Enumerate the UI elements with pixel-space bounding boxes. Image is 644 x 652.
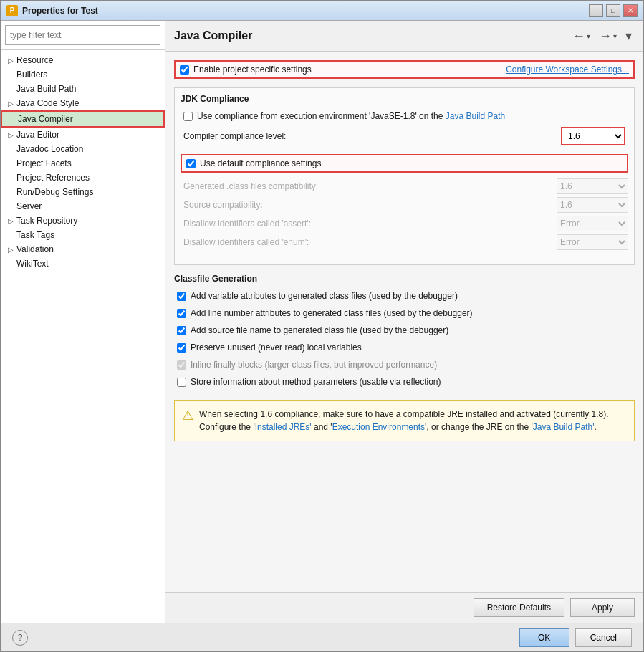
back-button[interactable]: ← ▾: [569, 27, 593, 45]
classfile-label-5: Store information about method parameter…: [191, 377, 441, 387]
forward-icon: →: [599, 29, 612, 44]
jdk-compliance-section: JDK Compliance Use compliance from execu…: [174, 87, 635, 265]
sidebar-item-resource[interactable]: ▷ Resource: [1, 53, 165, 67]
sidebar-item-task-tags[interactable]: Task Tags: [1, 228, 165, 242]
sidebar-item-java-code-style[interactable]: ▷ Java Code Style: [1, 96, 165, 110]
classfile-item-2: Add source file name to generated class …: [174, 324, 635, 337]
warning-text: When selecting 1.6 compliance, make sure…: [199, 408, 627, 433]
sidebar-item-project-facets[interactable]: Project Facets: [1, 156, 165, 171]
panel-content: Enable project specific settings Configu…: [165, 52, 643, 592]
sidebar-item-label: Project References: [16, 173, 90, 183]
sidebar-item-server[interactable]: Server: [1, 199, 165, 214]
expand-icon: [6, 159, 15, 168]
back-dropdown-icon: ▾: [587, 32, 590, 40]
sidebar-item-label: Validation: [16, 244, 54, 254]
panel-title: Java Compiler: [174, 29, 252, 42]
expand-icon: [6, 145, 15, 153]
java-build-path-warning-link[interactable]: Java Build Path': [533, 422, 595, 432]
sidebar-item-task-repository[interactable]: ▷ Task Repository: [1, 214, 165, 228]
classfile-item-0: Add variable attributes to generated cla…: [174, 289, 635, 302]
sidebar-item-label: WikiText: [16, 259, 49, 269]
classfile-checkbox-4: [177, 360, 186, 370]
classfile-checkbox-5[interactable]: [177, 378, 186, 387]
expand-icon: ▷: [6, 216, 15, 225]
panel-header: Java Compiler ← ▾ → ▾ ▾: [165, 21, 643, 52]
classfile-section-title: Classfile Generation: [174, 274, 635, 284]
sidebar-item-validation[interactable]: ▷ Validation: [1, 242, 165, 257]
warning-icon: ⚠: [182, 408, 193, 433]
java-build-path-link[interactable]: Java Build Path: [446, 111, 505, 121]
compliance-level-select[interactable]: 1.3 1.4 1.5 1.6 1.7 1.8: [561, 127, 625, 145]
footer: ? OK Cancel: [1, 623, 643, 651]
source-compat-select: 1.6: [557, 197, 628, 213]
source-compat-label: Source compatibility:: [183, 197, 551, 213]
forward-button[interactable]: → ▾: [596, 27, 620, 45]
properties-window: P Properties for Test — □ ✕ ▷ Resource: [0, 0, 644, 652]
use-compliance-checkbox[interactable]: [183, 112, 193, 121]
filter-input[interactable]: [5, 25, 160, 45]
expand-icon: [6, 202, 15, 211]
help-button[interactable]: ?: [12, 630, 28, 646]
sidebar-item-builders[interactable]: Builders: [1, 67, 165, 82]
close-button[interactable]: ✕: [623, 4, 638, 17]
classfile-checkbox-2[interactable]: [177, 326, 186, 335]
nav-buttons: ← ▾ → ▾ ▾: [569, 27, 635, 45]
right-panel: Java Compiler ← ▾ → ▾ ▾: [165, 21, 643, 623]
sidebar-item-label: Run/Debug Settings: [16, 187, 93, 197]
sidebar-item-run-debug-settings[interactable]: Run/Debug Settings: [1, 185, 165, 199]
expand-icon: ▷: [6, 245, 15, 254]
minimize-button[interactable]: —: [589, 4, 603, 17]
sidebar-item-java-compiler[interactable]: Java Compiler: [1, 110, 165, 128]
apply-button[interactable]: Apply: [570, 598, 635, 617]
sidebar-item-label: Resource: [16, 55, 53, 65]
classfile-checkbox-3[interactable]: [177, 343, 186, 353]
menu-icon: ▾: [625, 28, 632, 44]
expand-icon: [8, 115, 16, 123]
sidebar-item-label: Javadoc Location: [16, 144, 83, 154]
use-compliance-row: Use compliance from execution environmen…: [181, 110, 628, 123]
sidebar-item-wikitext[interactable]: WikiText: [1, 257, 165, 271]
use-compliance-label: Use compliance from execution environmen…: [197, 111, 505, 121]
classfile-item-5: Store information about method parameter…: [174, 375, 635, 388]
ok-button[interactable]: OK: [519, 628, 569, 647]
sidebar-item-project-references[interactable]: Project References: [1, 171, 165, 185]
classfile-item-3: Preserve unused (never read) local varia…: [174, 341, 635, 354]
expand-icon: [6, 231, 15, 239]
menu-button[interactable]: ▾: [623, 27, 635, 45]
classfile-generation-section: Classfile Generation Add variable attrib…: [174, 274, 635, 388]
classfile-label-0: Add variable attributes to generated cla…: [191, 291, 458, 301]
enable-project-label: Enable project specific settings: [193, 64, 312, 75]
classfile-checkbox-0[interactable]: [177, 292, 186, 301]
disallow-enum-label: Disallow identifiers called 'enum':: [183, 234, 551, 250]
expand-icon: [6, 259, 15, 268]
sidebar-item-label: Task Repository: [16, 216, 77, 226]
settings-grid: Generated .class files compatibility: 1.…: [181, 178, 628, 250]
expand-icon: ▷: [6, 130, 15, 139]
sidebar-item-java-editor[interactable]: ▷ Java Editor: [1, 128, 165, 142]
maximize-button[interactable]: □: [606, 4, 620, 17]
use-default-checkbox[interactable]: [186, 159, 196, 168]
cancel-button[interactable]: Cancel: [575, 628, 632, 647]
expand-icon: ▷: [6, 56, 15, 64]
window-title: Properties for Test: [22, 6, 589, 16]
classfile-checkbox-1[interactable]: [177, 309, 186, 318]
sidebar-item-java-build-path[interactable]: Java Build Path: [1, 82, 165, 96]
classfile-label-1: Add line number attributes to generated …: [191, 308, 473, 318]
disallow-enum-select: Error: [557, 234, 628, 250]
forward-dropdown-icon: ▾: [613, 32, 617, 40]
generated-class-select: 1.6: [557, 178, 628, 194]
filter-box: [1, 21, 165, 50]
installed-jres-link[interactable]: Installed JREs': [255, 422, 312, 432]
window-icon: P: [6, 5, 18, 16]
restore-defaults-button[interactable]: Restore Defaults: [474, 598, 564, 617]
bottom-bar: Restore Defaults Apply: [165, 592, 643, 623]
use-default-compliance-row: Use default compliance settings: [181, 154, 628, 173]
warning-box: ⚠ When selecting 1.6 compliance, make su…: [174, 400, 635, 441]
execution-environments-link[interactable]: Execution Environments': [332, 422, 427, 432]
configure-workspace-link[interactable]: Configure Workspace Settings...: [506, 64, 629, 75]
sidebar-item-javadoc-location[interactable]: Javadoc Location: [1, 142, 165, 156]
expand-icon: [6, 188, 15, 196]
jdk-section-title: JDK Compliance: [181, 94, 628, 104]
enable-project-checkbox[interactable]: [180, 65, 189, 75]
sidebar-item-label: Java Compiler: [18, 114, 73, 124]
